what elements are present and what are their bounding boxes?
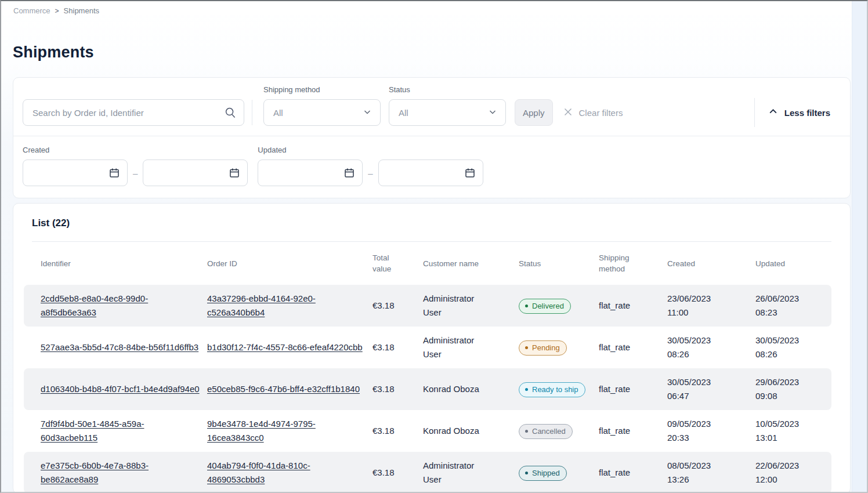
order-id-cell: 9b4e3478-1e4d-4974-9795-16cea3843cc0 (207, 417, 372, 445)
filters-row-main: Shipping method All Status All (13, 78, 850, 136)
close-icon (563, 107, 573, 119)
created-cell: 08/05/2023 13:26 (667, 459, 755, 487)
apply-button[interactable]: Apply (515, 99, 553, 126)
status-label: Status (389, 85, 506, 94)
chevron-up-icon (768, 107, 778, 118)
identifier-cell: e7e375cb-6b0b-4e7a-88b3-be862ace8a89 (24, 459, 207, 487)
shipping-method-filter: Shipping method All (263, 85, 381, 126)
shipping-method-cell: flat_rate (599, 340, 667, 354)
customer-name-cell: Administrator User (423, 292, 519, 320)
status-badge: Ready to ship (519, 382, 585, 397)
created-cell: 30/05/2023 08:26 (667, 334, 755, 361)
created-from-input[interactable] (23, 160, 128, 186)
column-header-total-value: Total value (372, 252, 423, 274)
status-cell: Shipped (519, 465, 599, 481)
breadcrumb-commerce[interactable]: Commerce (13, 6, 50, 15)
identifier-link[interactable]: d106340b-b4b8-4f07-bcf1-b4e4d9af94e0 (41, 384, 200, 394)
clear-filters-button[interactable]: Clear filters (563, 99, 623, 126)
page-title: Shipments (13, 44, 851, 61)
column-header-created: Created (667, 258, 755, 269)
column-header-customer-name: Customer name (423, 258, 519, 269)
customer-name-cell: Konrad Oboza (423, 424, 519, 438)
updated-cell: 30/05/2023 08:26 (755, 334, 831, 361)
filters-row-dates: Created – (13, 136, 850, 198)
updated-cell: 29/06/2023 09:08 (755, 375, 831, 403)
order-id-cell: 404ab794-f0f0-41da-810c-4869053cbbd3 (207, 459, 372, 487)
order-id-link[interactable]: e50ceb85-f9c6-47b6-bff4-e32cff1b1840 (207, 384, 360, 394)
updated-date-filter: Updated – (258, 146, 483, 186)
order-id-link[interactable]: 9b4e3478-1e4d-4974-9795-16cea3843cc0 (207, 419, 316, 443)
status-select[interactable]: All (389, 99, 506, 126)
chevron-down-icon (363, 107, 372, 118)
status-dot-icon (525, 388, 528, 391)
identifier-link[interactable]: 527aae3a-5b5d-47c8-84be-b56f11d6ffb3 (41, 342, 198, 352)
updated-cell: 26/06/2023 08:23 (755, 292, 831, 320)
column-header-identifier: Identifier (24, 258, 207, 269)
less-filters-toggle[interactable]: Less filters (755, 99, 850, 126)
identifier-link[interactable]: 7df9f4bd-50e1-4845-a59a-60d3acbeb115 (41, 419, 144, 443)
shipping-method-select[interactable]: All (263, 99, 381, 126)
updated-from-input[interactable] (258, 160, 363, 186)
app-window: Commerce>Shipments Shipments Shipping me… (0, 0, 868, 493)
total-value-cell: €3.18 (372, 466, 423, 480)
updated-label: Updated (258, 146, 483, 154)
order-id-link[interactable]: b1d30f12-7f4c-4557-8c66-efeaf4220cbb (207, 342, 363, 352)
identifier-link[interactable]: e7e375cb-6b0b-4e7a-88b3-be862ace8a89 (41, 461, 149, 484)
search-field (23, 99, 244, 126)
identifier-cell: d106340b-b4b8-4f07-bcf1-b4e4d9af94e0 (24, 382, 207, 396)
column-header-updated: Updated (755, 258, 831, 269)
main-content: Commerce>Shipments Shipments Shipping me… (1, 1, 851, 492)
column-header-shipping-method: Shipping method (599, 252, 667, 274)
order-id-link[interactable]: 43a37296-ebbd-4164-92e0-c526a340b6b4 (207, 293, 316, 317)
updated-cell: 22/06/2023 12:00 (755, 459, 831, 487)
customer-name-cell: Administrator User (423, 459, 519, 487)
column-header-status: Status (519, 258, 599, 269)
chevron-down-icon (488, 107, 497, 118)
list-title: List (22) (32, 217, 850, 229)
status-dot-icon (525, 304, 528, 307)
customer-name-cell: Administrator User (423, 334, 519, 361)
shipping-method-value: All (273, 108, 283, 118)
created-cell: 09/05/2023 20:33 (667, 417, 755, 445)
column-header-order-id: Order ID (207, 258, 372, 269)
table-body: 2cdd5eb8-e8a0-4ec8-99d0-a8f5db6e3a63 43a… (24, 285, 831, 493)
order-id-cell: b1d30f12-7f4c-4557-8c66-efeaf4220cbb (207, 340, 372, 354)
shipping-method-label: Shipping method (263, 85, 381, 94)
filters-panel: Shipping method All Status All (13, 77, 851, 198)
customer-name-cell: Konrad Oboza (423, 382, 519, 396)
created-date-filter: Created – (23, 146, 248, 186)
status-badge: Pending (519, 340, 567, 356)
status-value: All (399, 108, 408, 118)
table-row: 2cdd5eb8-e8a0-4ec8-99d0-a8f5db6e3a63 43a… (24, 285, 831, 327)
search-icon (225, 107, 236, 121)
date-range-dash: – (133, 168, 138, 178)
identifier-cell: 2cdd5eb8-e8a0-4ec8-99d0-a8f5db6e3a63 (24, 292, 207, 320)
updated-to-input[interactable] (378, 160, 483, 186)
search-input[interactable] (23, 99, 244, 126)
order-id-cell: 43a37296-ebbd-4164-92e0-c526a340b6b4 (207, 292, 372, 320)
status-cell: Ready to ship (519, 381, 599, 397)
table-row: 7df9f4bd-50e1-4845-a59a-60d3acbeb115 9b4… (24, 410, 831, 452)
breadcrumb: Commerce>Shipments (1, 1, 851, 15)
identifier-cell: 7df9f4bd-50e1-4845-a59a-60d3acbeb115 (24, 417, 207, 445)
clear-filters-label: Clear filters (579, 108, 623, 118)
created-cell: 23/06/2023 11:00 (667, 292, 755, 320)
identifier-link[interactable]: 2cdd5eb8-e8a0-4ec8-99d0-a8f5db6e3a63 (41, 293, 148, 317)
status-cell: Cancelled (519, 423, 599, 439)
table-row: e7e375cb-6b0b-4e7a-88b3-be862ace8a89 404… (24, 452, 831, 493)
created-to-input[interactable] (143, 160, 248, 186)
table-row: 527aae3a-5b5d-47c8-84be-b56f11d6ffb3 b1d… (24, 327, 831, 368)
order-id-cell: e50ceb85-f9c6-47b6-bff4-e32cff1b1840 (207, 382, 372, 396)
shipping-method-cell: flat_rate (599, 424, 667, 438)
table-header: Identifier Order ID Total value Customer… (24, 242, 831, 285)
total-value-cell: €3.18 (372, 299, 423, 313)
breadcrumb-shipments: Shipments (64, 6, 99, 15)
filters-toggle-area: Less filters (754, 99, 850, 126)
scrollbar-track[interactable] (852, 1, 867, 492)
status-dot-icon (525, 430, 528, 433)
total-value-cell: €3.18 (372, 424, 423, 438)
created-cell: 30/05/2023 06:47 (667, 375, 755, 403)
order-id-link[interactable]: 404ab794-f0f0-41da-810c-4869053cbbd3 (207, 461, 310, 484)
status-cell: Delivered (519, 298, 599, 314)
shipping-method-cell: flat_rate (599, 382, 667, 396)
